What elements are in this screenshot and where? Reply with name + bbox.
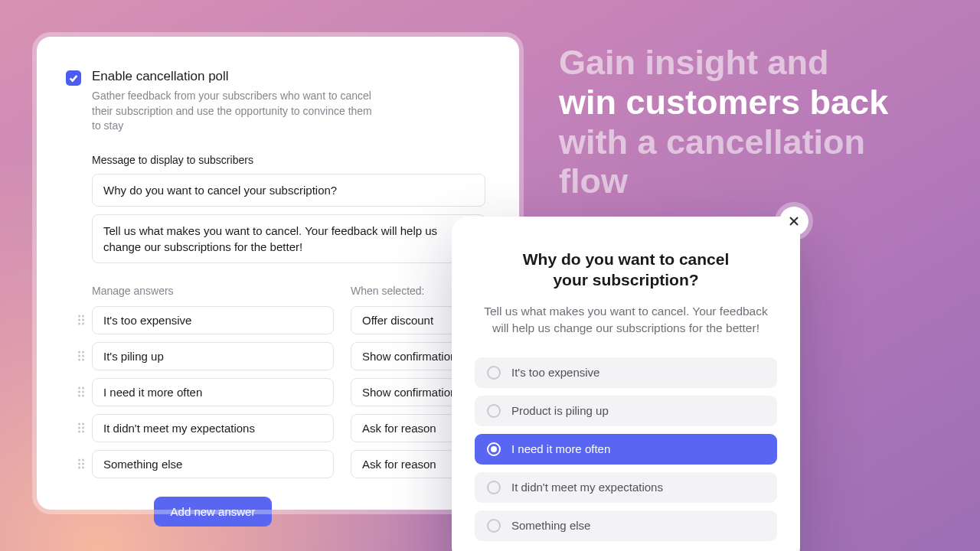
manage-answers-header: Manage answers — [92, 285, 334, 297]
preview-title: Why do you want to cancel your subscript… — [475, 249, 777, 291]
poll-option[interactable]: It's too expensive — [475, 357, 777, 388]
poll-option[interactable]: Something else — [475, 510, 777, 541]
poll-option[interactable]: It didn't meet my expectations — [475, 472, 777, 503]
enable-poll-helper: Gather feedback from your subscribers wh… — [92, 89, 383, 134]
enable-poll-label: Enable cancellation poll — [92, 69, 485, 84]
answer-row: It's too expensive — [92, 306, 334, 334]
settings-card: Enable cancellation poll Gather feedback… — [37, 37, 519, 510]
hero-heading: Gain insight and win customers back with… — [559, 43, 942, 201]
hero-line-2: win customers back — [559, 83, 888, 122]
preview-subtitle: Tell us what makes you want to cancel. Y… — [475, 303, 777, 337]
poll-option-label: It's too expensive — [511, 366, 599, 379]
answer-row: It's piling up — [92, 342, 334, 370]
poll-option-label: It didn't meet my expectations — [511, 481, 663, 494]
poll-option-label: Something else — [511, 519, 590, 532]
radio-icon — [487, 481, 501, 494]
drag-handle-icon[interactable] — [78, 423, 84, 433]
answer-row: It didn't meet my expectations — [92, 414, 334, 442]
poll-option[interactable]: I need it more often — [475, 434, 777, 465]
radio-icon — [487, 519, 501, 533]
check-icon — [68, 73, 79, 83]
radio-icon — [487, 442, 501, 456]
hero-line-1: Gain insight and — [559, 43, 829, 82]
close-icon — [788, 215, 800, 227]
drag-handle-icon[interactable] — [78, 387, 84, 397]
poll-question-input[interactable]: Why do you want to cancel your subscript… — [92, 174, 485, 207]
add-new-answer-button[interactable]: Add new answer — [154, 497, 273, 527]
answer-text-input[interactable]: It didn't meet my expectations — [92, 414, 334, 442]
poll-description-input[interactable]: Tell us what makes you want to cancel. Y… — [92, 214, 485, 263]
answer-text-input[interactable]: I need it more often — [92, 378, 334, 406]
poll-option-label: I need it more often — [511, 442, 610, 455]
message-section-label: Message to display to subscribers — [92, 154, 485, 166]
answer-text-input[interactable]: It's too expensive — [92, 306, 334, 334]
answer-row: I need it more often — [92, 378, 334, 406]
enable-poll-checkbox[interactable] — [66, 70, 81, 86]
drag-handle-icon[interactable] — [78, 459, 84, 469]
radio-icon — [487, 366, 501, 380]
close-button[interactable] — [779, 207, 808, 236]
poll-preview-modal: Why do you want to cancel your subscript… — [452, 217, 800, 551]
radio-icon — [487, 404, 501, 418]
answer-row: Something else — [92, 450, 334, 478]
drag-handle-icon[interactable] — [78, 315, 84, 325]
drag-handle-icon[interactable] — [78, 351, 84, 361]
poll-option[interactable]: Product is piling up — [475, 396, 777, 426]
poll-option-label: Product is piling up — [511, 404, 609, 417]
answer-text-input[interactable]: Something else — [92, 450, 334, 478]
answer-text-input[interactable]: It's piling up — [92, 342, 334, 370]
hero-line-3: with a cancellation flow — [559, 122, 865, 201]
